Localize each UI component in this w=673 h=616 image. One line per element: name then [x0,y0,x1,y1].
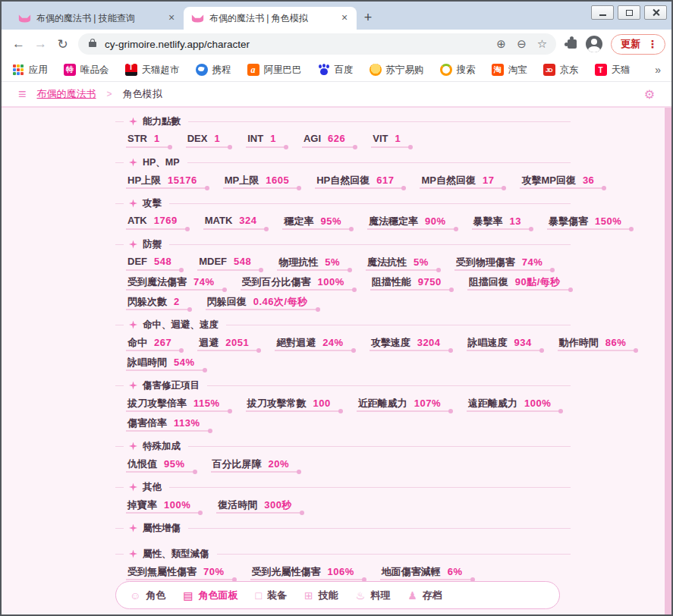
bottom-nav-item[interactable]: □ 装备 [256,589,287,602]
bookmark-item[interactable]: JD 京东 [543,64,579,77]
stat-label: 閃躲回復 [207,295,247,309]
cat-favicon [18,14,31,24]
stat-item: 暴擊傷害 150% [547,215,631,230]
stat-value: 1605 [266,174,289,186]
bottom-nav-item[interactable]: ♟ 存档 [407,589,442,602]
stat-row: STR 1 DEX 1 [126,133,571,148]
sparkle-icon [129,524,137,533]
baidu-icon [318,64,330,76]
bookmark-item[interactable]: 搜索 [440,64,476,77]
tab-close-icon[interactable]: × [165,12,178,24]
stat-label: 受到百分比傷害 [242,275,311,289]
tab-close-icon[interactable]: × [338,12,351,24]
stat-label: 物理抗性 [278,256,318,269]
url-text[interactable]: cy-grimoire.netlify.app/character [105,39,491,50]
bottom-nav-item[interactable]: ♨ 料理 [356,589,391,602]
bookmark-item[interactable]: 携程 [196,64,231,77]
stat-item: 掉寶率 100% [126,498,200,514]
section-header: 屬性、類型減傷 [115,547,571,561]
reload-icon[interactable]: ↻ [52,33,74,55]
section-header: 能力點數 [115,115,571,128]
stat-label: DEF [127,256,147,267]
stat-item: 受到魔法傷害 74% [126,275,225,291]
scrollbar-thumb[interactable] [665,108,671,614]
bottom-nav-item[interactable]: ▤ 角色面板 [183,589,237,602]
bookmark-item[interactable]: 特 唯品会 [64,64,109,77]
stat-value: 95% [164,458,185,470]
bookmark-item[interactable]: a 阿里巴巴 [247,64,302,77]
section-rule [207,385,571,386]
profile-button[interactable] [583,33,605,55]
bookmark-item[interactable]: T 天猫 [595,64,631,77]
stat-item: 拔刀攻擊倍率 115% [126,397,230,412]
stat-label: 絕對迴避 [276,336,316,350]
stat-rows: STR 1 DEX 1 [115,133,571,148]
bottom-nav-item[interactable]: ⊞ 技能 [304,589,338,602]
section-dash [115,554,124,555]
stat-label: HP上限 [127,174,161,187]
zoom-in-icon[interactable]: ⊕ [491,37,511,51]
menu-icon[interactable]: ≡ [18,86,27,102]
browser-tab[interactable]: 布偶的魔法书 | 技能查询 × [11,7,184,30]
bookmark-item[interactable]: 淘 淘宝 [492,64,527,77]
section-dash [115,446,124,447]
stat-item: 詠唱時間 54% [126,356,205,371]
address-bar[interactable]: cy-grimoire.netlify.app/character ⊕ ⊖ ☆ [78,33,556,55]
stat-item: 地面傷害減輕 6% [380,565,473,580]
tab-title: 布偶的魔法书 | 角色模拟 [209,12,333,25]
sparkle-icon [129,321,137,329]
new-tab-button[interactable]: + [357,7,379,28]
back-icon[interactable]: ← [8,33,30,55]
stat-label: 受到光屬性傷害 [252,565,321,579]
stat-section: 命中、迴避、速度 命中 267 [115,318,571,371]
lock-icon [89,42,96,47]
bookmark-item[interactable]: T 天猫超市 [125,64,180,77]
section-title: 其他 [143,481,162,494]
bookmark-item[interactable]: 苏宁易购 [370,64,424,77]
bottom-nav-item[interactable]: ☺ 角色 [130,589,165,602]
stat-label: 攻擊MP回復 [521,174,576,187]
settings-gear-icon[interactable]: ⚙ [644,87,655,102]
nav-label: 料理 [370,589,390,602]
stat-label: 受到物理傷害 [456,256,515,269]
section-dash [115,325,124,325]
browser-tab[interactable]: 布偶的魔法书 | 角色模拟 × [184,7,357,30]
stat-item: 暴擊率 13 [472,215,531,230]
section-header: 命中、迴避、速度 [115,318,571,332]
close-button[interactable] [644,5,667,20]
bookmarks-overflow-icon[interactable]: » [655,64,661,76]
ctrip-icon [196,64,208,76]
extensions-button[interactable] [561,33,583,55]
bookmark-item[interactable]: 百度 [318,64,354,77]
sparkle-icon [129,200,137,208]
face-icon: ☺ [130,589,140,602]
stat-label: VIT [373,133,388,144]
bookmark-label: 京东 [560,64,579,77]
scrollbar[interactable] [665,108,671,614]
stat-rows: 仇恨值 95% 百分比屏障 20% [115,457,571,473]
maximize-button[interactable] [618,5,640,20]
stat-section: 屬性增傷 [115,521,571,539]
taobao-icon: 淘 [492,64,504,76]
stat-item: 百分比屏障 20% [211,457,300,473]
minimize-button[interactable] [591,5,614,20]
forward-icon[interactable]: → [30,33,52,55]
bookmark-label: 搜索 [457,64,476,77]
stat-section: HP、MP HP上限 15176 [115,156,571,189]
stat-value: 934 [514,337,532,348]
section-header: HP、MP [115,156,571,169]
sparkle-icon [129,550,137,558]
breadcrumb-home-link[interactable]: 布偶的魔法书 [37,87,96,101]
menu-dots-icon[interactable]: ⋮ [647,38,658,50]
stat-label: ATK [127,215,147,226]
stat-value: 2 [174,296,180,307]
bookmark-star-icon[interactable]: ☆ [532,37,552,51]
update-button[interactable]: 更新 ⋮ [611,34,665,55]
zoom-out-icon[interactable]: ⊖ [511,37,532,51]
stat-item: STR 1 [126,133,170,148]
bookmark-item[interactable]: 应用 [12,64,48,77]
stat-value: 90點/每秒 [515,275,561,289]
stat-label: 攻擊速度 [371,336,410,350]
stat-value: 100% [318,276,344,288]
minimize-icon [599,14,606,16]
